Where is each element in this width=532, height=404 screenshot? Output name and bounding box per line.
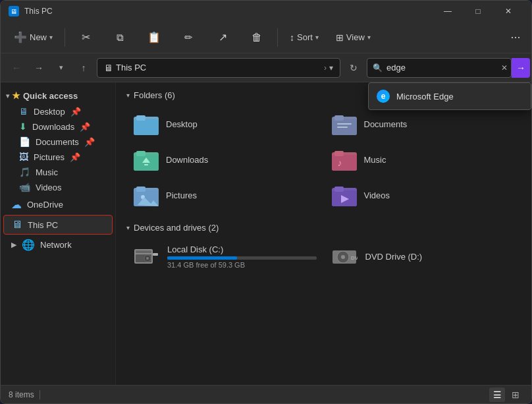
svg-rect-19 bbox=[136, 187, 146, 192]
addressbar: ← → ▾ ↑ 🖥 This PC › ▾ ↻ 🔍 ✕ → bbox=[1, 53, 531, 82]
documents-folder-label: Documents bbox=[364, 119, 408, 129]
recent-button[interactable]: ▾ bbox=[52, 59, 70, 77]
folder-downloads[interactable]: Downloads bbox=[126, 142, 323, 177]
delete-button[interactable]: 🗑 bbox=[240, 29, 273, 46]
sidebar-item-thispc[interactable]: 🖥 This PC bbox=[3, 215, 113, 235]
folders-collapse-icon[interactable]: ▾ bbox=[126, 92, 130, 99]
view-grid-toggle[interactable]: ⊞ bbox=[508, 388, 523, 402]
thispc-label: This PC bbox=[28, 220, 104, 230]
view-icon: ⊞ bbox=[336, 32, 344, 43]
quick-access-label: Quick access bbox=[23, 91, 78, 101]
documents-folder-icon bbox=[331, 112, 358, 136]
svg-rect-15 bbox=[334, 151, 344, 156]
close-button[interactable]: ✕ bbox=[493, 1, 523, 22]
network-folder-icon: 🌐 bbox=[22, 239, 35, 251]
toolbar: ➕ New ▾ ✂ ⧉ 📋 ✏ ↗ 🗑 ↕ Sort ▾ ⊞ bbox=[1, 22, 531, 53]
minimize-button[interactable]: — bbox=[433, 1, 463, 22]
statusbar-right: ☰ ⊞ bbox=[489, 388, 523, 402]
network-icon: ▶ bbox=[11, 241, 16, 249]
statusbar: 8 items ☰ ⊞ bbox=[1, 385, 531, 403]
desktop-folder-label: Desktop bbox=[166, 119, 198, 129]
autocomplete-item-edge[interactable]: e Microsoft Edge bbox=[369, 83, 531, 109]
new-label: New bbox=[30, 32, 47, 42]
music-icon: 🎵 bbox=[19, 167, 30, 177]
toolbar-separator-2 bbox=[277, 28, 278, 47]
local-disk-name: Local Disk (C:) bbox=[167, 245, 317, 254]
drives-collapse-icon[interactable]: ▾ bbox=[126, 224, 130, 231]
view-label: View bbox=[346, 32, 365, 42]
paste-button[interactable]: 📋 bbox=[138, 28, 171, 46]
sort-label: Sort bbox=[297, 32, 313, 42]
search-go-button[interactable]: → bbox=[512, 58, 530, 78]
statusbar-separator bbox=[40, 390, 40, 399]
rename-icon: ✏ bbox=[184, 32, 193, 43]
folder-pictures[interactable]: Pictures bbox=[126, 178, 323, 212]
drives-grid: Local Disk (C:) 31.4 GB free of 59.3 GB bbox=[126, 239, 521, 274]
search-input[interactable] bbox=[386, 63, 497, 72]
new-button[interactable]: ➕ New ▾ bbox=[6, 27, 61, 47]
copy-button[interactable]: ⧉ bbox=[103, 29, 136, 46]
refresh-button[interactable]: ↻ bbox=[344, 59, 363, 77]
view-chevron-icon: ▾ bbox=[367, 34, 371, 41]
forward-button[interactable]: → bbox=[30, 59, 48, 77]
desktop-pin-icon: 📌 bbox=[70, 107, 81, 117]
view-list-toggle[interactable]: ☰ bbox=[489, 388, 505, 402]
folder-music[interactable]: ♪ Music bbox=[325, 142, 521, 177]
quick-access-collapse-icon: ▾ bbox=[6, 92, 9, 100]
folders-grid: Desktop Documents bbox=[126, 107, 521, 212]
back-button[interactable]: ← bbox=[7, 59, 26, 77]
downloads-folder-label: Downloads bbox=[166, 155, 208, 165]
downloads-pin-icon: 📌 bbox=[80, 122, 90, 132]
folder-videos[interactable]: Videos bbox=[325, 178, 521, 212]
desktop-label: Desktop bbox=[34, 107, 65, 117]
local-disk-bar bbox=[167, 256, 237, 260]
svg-rect-5 bbox=[334, 115, 344, 121]
address-box[interactable]: 🖥 This PC › ▾ bbox=[97, 58, 340, 78]
sidebar-item-desktop[interactable]: 🖥 Desktop 📌 bbox=[3, 104, 113, 119]
pictures-folder-label: Pictures bbox=[166, 190, 197, 200]
edge-app-icon: e bbox=[377, 90, 390, 103]
folders-section-label: Folders (6) bbox=[134, 90, 175, 100]
new-chevron-icon: ▾ bbox=[49, 34, 53, 41]
titlebar: 🖥 This PC — □ ✕ bbox=[1, 1, 531, 22]
sort-button[interactable]: ↕ Sort ▾ bbox=[282, 28, 327, 47]
svg-text:♪: ♪ bbox=[337, 158, 342, 168]
dvd-drive-icon: DVD bbox=[331, 245, 358, 269]
drive-c[interactable]: Local Disk (C:) 31.4 GB free of 59.3 GB bbox=[126, 239, 323, 274]
svg-rect-31 bbox=[153, 253, 158, 256]
svg-point-30 bbox=[146, 257, 149, 260]
sidebar-item-music[interactable]: 🎵 Music bbox=[3, 165, 113, 179]
svg-rect-1 bbox=[134, 119, 159, 135]
cut-button[interactable]: ✂ bbox=[69, 28, 102, 46]
maximize-button[interactable]: □ bbox=[463, 1, 493, 22]
sidebar-item-network[interactable]: ▶ 🌐 Network bbox=[3, 235, 113, 254]
sidebar-item-videos[interactable]: 📹 Videos bbox=[3, 180, 113, 194]
desktop-folder-icon bbox=[133, 112, 159, 136]
rename-button[interactable]: ✏ bbox=[172, 29, 205, 46]
videos-label: Videos bbox=[36, 183, 62, 192]
local-disk-info: Local Disk (C:) 31.4 GB free of 59.3 GB bbox=[167, 245, 317, 269]
quick-access-star-icon: ★ bbox=[12, 90, 20, 101]
address-dropdown-icon[interactable]: ▾ bbox=[329, 63, 333, 72]
search-container: 🔍 ✕ → bbox=[367, 58, 525, 78]
quick-access-section[interactable]: ▾ ★ Quick access bbox=[1, 88, 115, 103]
up-button[interactable]: ↑ bbox=[74, 59, 93, 77]
downloads-label: Downloads bbox=[32, 122, 74, 132]
sidebar-item-documents[interactable]: 📄 Documents 📌 bbox=[3, 134, 113, 149]
pc-icon: 🖥 bbox=[104, 63, 113, 73]
sidebar-item-pictures[interactable]: 🖼 Pictures 📌 bbox=[3, 150, 113, 164]
view-button[interactable]: ⊞ View ▾ bbox=[328, 28, 379, 47]
content-area: ▾ Folders (6) Desktop bbox=[116, 82, 531, 385]
folder-documents[interactable]: Documents bbox=[325, 107, 521, 141]
search-clear-button[interactable]: ✕ bbox=[501, 63, 508, 72]
documents-icon: 📄 bbox=[19, 136, 30, 147]
sidebar-item-onedrive[interactable]: ☁ OneDrive bbox=[3, 195, 113, 214]
sort-icon: ↕ bbox=[290, 32, 294, 43]
pictures-pin-icon: 📌 bbox=[70, 152, 80, 162]
share-button[interactable]: ↗ bbox=[206, 28, 239, 46]
sidebar-item-downloads[interactable]: ⬇ Downloads 📌 bbox=[3, 119, 113, 134]
videos-icon: 📹 bbox=[19, 182, 30, 192]
more-button[interactable]: ··· bbox=[505, 27, 526, 48]
folder-desktop[interactable]: Desktop bbox=[126, 107, 323, 141]
drive-d[interactable]: DVD DVD Drive (D:) bbox=[325, 239, 521, 274]
